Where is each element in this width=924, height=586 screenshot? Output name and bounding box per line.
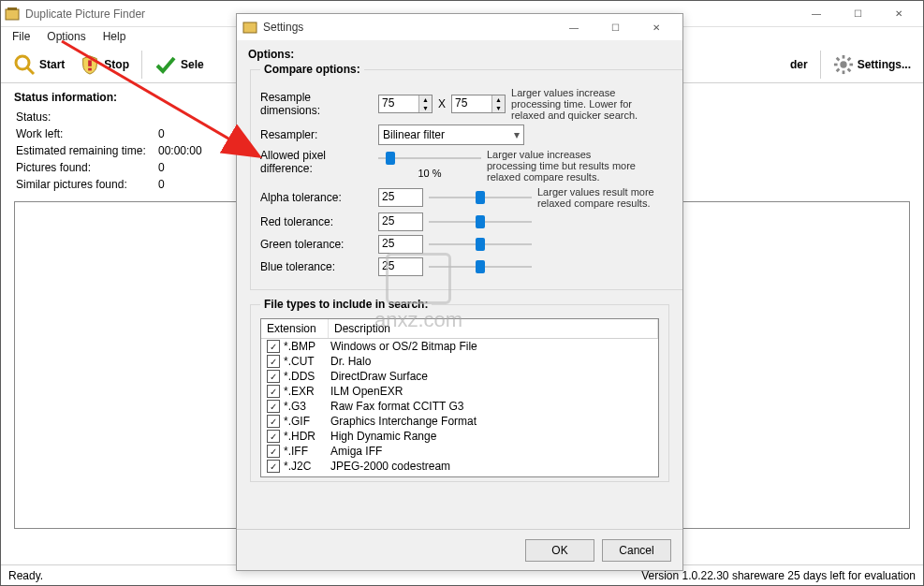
alpha-slider[interactable] xyxy=(429,188,532,207)
workleft-label: Work left: xyxy=(16,126,156,141)
blue-input[interactable]: 25 xyxy=(378,257,423,276)
workleft-value: 0 xyxy=(158,126,208,141)
preview-panel[interactable] xyxy=(682,201,910,529)
select-label: Sele xyxy=(181,58,204,71)
checkbox-icon[interactable]: ✓ xyxy=(267,430,280,443)
filetype-ext: *.HDR xyxy=(284,430,330,443)
spin-down-icon[interactable]: ▼ xyxy=(492,104,505,112)
stop-icon xyxy=(80,54,100,75)
settings-maximize-button[interactable]: ☐ xyxy=(594,14,636,40)
minimize-button[interactable]: — xyxy=(796,1,837,27)
dialog-buttons: OK Cancel xyxy=(237,529,682,570)
alpha-input[interactable]: 25 xyxy=(378,188,423,207)
eta-label: Estimated remaining time: xyxy=(16,143,156,158)
filetype-ext: *.EXR xyxy=(284,385,330,398)
svg-line-3 xyxy=(27,67,34,74)
filetype-row[interactable]: ✓*.BMPWindows or OS/2 Bitmap File xyxy=(261,339,658,354)
green-label: Green tolerance: xyxy=(260,238,373,251)
compare-options-group: Compare options: Resample dimensions: 75… xyxy=(250,63,682,290)
filetype-row[interactable]: ✓*.GIFGraphics Interchange Format xyxy=(261,414,658,429)
maximize-button[interactable]: ☐ xyxy=(837,1,878,27)
start-icon xyxy=(13,53,36,76)
green-input[interactable]: 25 xyxy=(378,235,423,254)
filetype-desc: Graphics Interchange Format xyxy=(330,415,653,428)
resample-hint: Larger values increase processing time. … xyxy=(511,87,661,121)
ft-head-desc[interactable]: Description xyxy=(329,319,658,338)
ok-button[interactable]: OK xyxy=(525,539,594,562)
close-button[interactable]: ✕ xyxy=(878,1,919,27)
stop-label: Stop xyxy=(104,58,129,71)
filetype-desc: Windows or OS/2 Bitmap File xyxy=(330,340,653,353)
filetype-desc: Dr. Halo xyxy=(330,355,653,368)
start-label: Start xyxy=(39,58,65,71)
spin-down-icon[interactable]: ▼ xyxy=(419,104,432,112)
resampler-select[interactable]: Bilinear filter xyxy=(378,125,524,145)
blue-label: Blue tolerance: xyxy=(260,260,373,273)
pixeldiff-label: Allowed pixel difference: xyxy=(260,149,373,175)
filetype-row[interactable]: ✓*.J2CJPEG-2000 codestream xyxy=(261,459,658,474)
svg-line-13 xyxy=(836,68,839,71)
ft-head-ext[interactable]: Extension xyxy=(261,319,329,338)
settings-button[interactable]: Settings... xyxy=(827,50,917,80)
status-ready: Ready. xyxy=(8,569,43,582)
start-button[interactable]: Start xyxy=(7,49,71,81)
folder-button[interactable]: der xyxy=(784,53,814,76)
filetype-row[interactable]: ✓*.CUTDr. Halo xyxy=(261,354,658,369)
red-slider[interactable] xyxy=(429,212,532,231)
checkbox-icon[interactable]: ✓ xyxy=(267,370,280,383)
check-icon xyxy=(154,53,177,76)
filetypes-header: Extension Description xyxy=(261,319,658,339)
filetype-row[interactable]: ✓*.IFFAmiga IFF xyxy=(261,444,658,459)
status-value xyxy=(158,110,208,125)
resample-width-input[interactable]: 75▲▼ xyxy=(378,95,433,113)
filetypes-legend: File types to include in search: xyxy=(260,298,432,311)
alpha-label: Alpha tolerance: xyxy=(260,191,373,204)
svg-rect-1 xyxy=(7,7,17,10)
svg-point-2 xyxy=(16,56,29,69)
checkbox-icon[interactable]: ✓ xyxy=(267,415,280,428)
cancel-button[interactable]: Cancel xyxy=(602,539,671,562)
pixeldiff-value: 10 % xyxy=(378,168,481,179)
menu-options[interactable]: Options xyxy=(39,28,93,45)
checkbox-icon[interactable]: ✓ xyxy=(267,445,280,458)
checkbox-icon[interactable]: ✓ xyxy=(267,355,280,368)
settings-close-button[interactable]: ✕ xyxy=(636,14,677,40)
filetype-row[interactable]: ✓*.G3Raw Fax format CCITT G3 xyxy=(261,399,658,414)
blue-slider[interactable] xyxy=(429,257,532,276)
red-input[interactable]: 25 xyxy=(378,212,423,231)
filetype-ext: *.BMP xyxy=(284,340,330,353)
filetype-row[interactable]: ✓*.EXRILM OpenEXR xyxy=(261,384,658,399)
svg-line-14 xyxy=(847,57,850,60)
resample-height-input[interactable]: 75▲▼ xyxy=(451,95,506,113)
settings-minimize-button[interactable]: — xyxy=(553,14,594,40)
filetype-row[interactable]: ✓*.HDRHigh Dynamic Range xyxy=(261,429,658,444)
similar-value: 0 xyxy=(158,177,208,192)
filetype-desc: DirectDraw Surface xyxy=(330,370,653,383)
filetype-ext: *.DDS xyxy=(284,370,330,383)
stop-button[interactable]: Stop xyxy=(73,50,136,80)
menu-file[interactable]: File xyxy=(5,28,37,45)
resampler-label: Resampler: xyxy=(260,128,373,141)
green-slider[interactable] xyxy=(429,235,532,254)
filetype-desc: ILM OpenEXR xyxy=(330,385,653,398)
filetype-row[interactable]: ✓*.DDSDirectDraw Surface xyxy=(261,369,658,384)
spin-up-icon[interactable]: ▲ xyxy=(419,95,432,104)
filetypes-list[interactable]: Extension Description ✓*.BMPWindows or O… xyxy=(260,318,659,477)
checkbox-icon[interactable]: ✓ xyxy=(267,340,280,353)
settings-dialog: Settings — ☐ ✕ Options: Compare options:… xyxy=(236,13,683,571)
spin-up-icon[interactable]: ▲ xyxy=(492,95,505,104)
svg-rect-0 xyxy=(6,9,19,20)
checkbox-icon[interactable]: ✓ xyxy=(267,460,280,473)
svg-rect-15 xyxy=(243,22,257,33)
svg-line-12 xyxy=(847,68,850,71)
select-button[interactable]: Sele xyxy=(148,49,211,81)
settings-app-icon xyxy=(242,20,257,35)
svg-rect-5 xyxy=(89,67,93,70)
checkbox-icon[interactable]: ✓ xyxy=(267,385,280,398)
times-label: X xyxy=(438,97,446,110)
pixeldiff-slider[interactable] xyxy=(378,149,481,168)
toolbar-separator xyxy=(141,51,142,79)
menu-help[interactable]: Help xyxy=(95,28,134,45)
checkbox-icon[interactable]: ✓ xyxy=(267,400,280,413)
app-icon xyxy=(5,7,20,22)
